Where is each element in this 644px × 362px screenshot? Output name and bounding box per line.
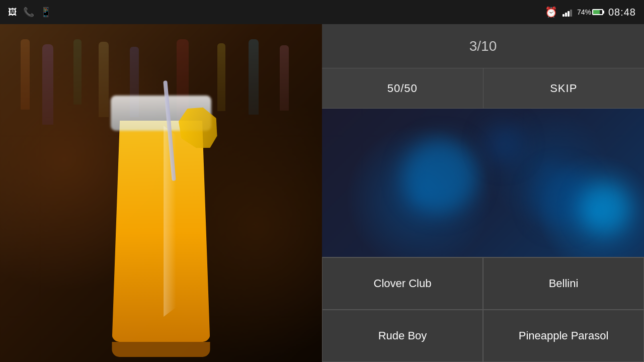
battery-percent: 74%: [577, 8, 591, 16]
blur-circle-1: [403, 138, 478, 214]
progress-section: 3/10: [322, 24, 644, 68]
fifty-fifty-button[interactable]: 50/50: [322, 68, 484, 108]
hint-area: [322, 109, 644, 257]
action-row: 50/50 SKIP: [322, 68, 644, 109]
answer-button-rude-boy[interactable]: Rude Boy: [322, 310, 483, 362]
phone-icon: 📞: [23, 7, 34, 18]
answer-button-clover-club[interactable]: Clover Club: [322, 257, 483, 310]
alarm-icon: ⏰: [545, 6, 557, 18]
blur-circle-4: [483, 124, 523, 164]
cocktail-image-panel: [0, 24, 322, 362]
main-layout: 3/10 50/50 SKIP Clover Club Bellini Rude…: [0, 24, 644, 362]
photo-icon: 🖼: [8, 7, 17, 18]
tablet-icon: 📱: [40, 7, 51, 18]
notification-icons: 🖼 📞 📱: [8, 7, 51, 18]
progress-text: 3/10: [469, 38, 497, 54]
blur-circle-3: [580, 183, 630, 233]
status-time: 08:48: [608, 7, 636, 18]
answer-button-bellini[interactable]: Bellini: [483, 257, 644, 310]
quiz-panel: 3/10 50/50 SKIP Clover Club Bellini Rude…: [322, 24, 644, 362]
skip-button[interactable]: SKIP: [484, 68, 645, 108]
status-bar: 🖼 📞 📱 ⏰ 74% 08:48: [0, 0, 644, 24]
battery-indicator: 74%: [577, 8, 603, 16]
blur-overlay: [322, 109, 644, 257]
answers-grid: Clover Club Bellini Rude Boy Pineapple P…: [322, 257, 644, 362]
cocktail-glass: [96, 96, 226, 357]
signal-bars: [562, 8, 572, 17]
answer-button-pineapple-parasol[interactable]: Pineapple Parasol: [483, 310, 644, 362]
